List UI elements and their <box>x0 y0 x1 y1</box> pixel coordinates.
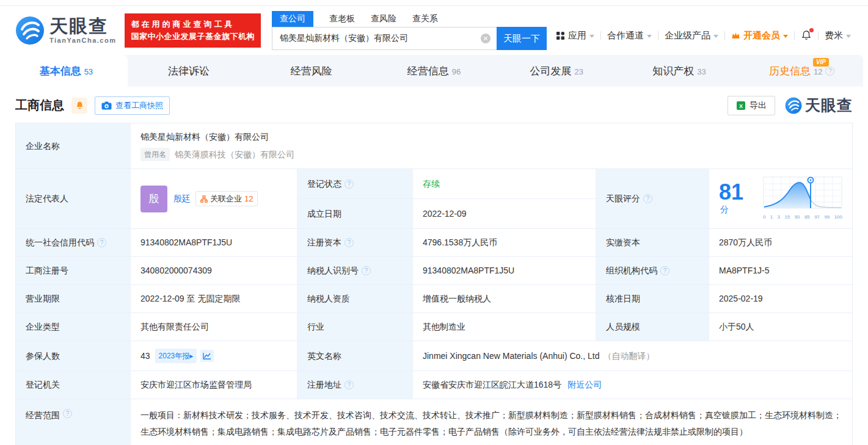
english-name: Jinmei Xingcan New Materials (Anhui) Co.… <box>423 350 599 363</box>
nav-divider <box>724 31 725 40</box>
score-cell[interactable]: 81分 <box>709 169 852 229</box>
bell-icon <box>75 101 84 110</box>
english-name-label: 英文名称 <box>297 341 413 371</box>
business-scope-label: 经营范围? <box>16 399 131 445</box>
tab-label: 经营信息 <box>407 64 449 78</box>
nearby-companies-link[interactable]: 附近公司 <box>567 378 602 391</box>
score-label: 天眼评分? <box>596 169 709 229</box>
score-value: 81 <box>719 179 743 204</box>
english-name-cell: Jinmei Xingcan New Materials (Anhui) Co.… <box>413 341 852 371</box>
help-icon[interactable]: ? <box>345 179 354 189</box>
annual-report-badge[interactable]: 2023年报▸ <box>155 349 197 363</box>
notifications-bell[interactable] <box>801 30 812 41</box>
paid-capital-label: 实缴资本 <box>596 229 709 257</box>
legal-rep-cell: 殷 殷廷 关联企业 12 <box>131 169 297 229</box>
tab-count: 53 <box>84 67 93 76</box>
help-icon[interactable]: ? <box>345 380 354 389</box>
export-button[interactable]: X 导出 <box>728 96 775 115</box>
help-icon[interactable]: ? <box>660 266 669 275</box>
search-button[interactable]: 天眼一下 <box>497 27 547 50</box>
watermark-logo: 天眼查 <box>785 95 853 115</box>
tab-operating-info[interactable]: 经营信息 96 <box>373 55 495 87</box>
subscribe-bell-button[interactable] <box>71 98 87 114</box>
help-icon[interactable]: ? <box>63 409 72 418</box>
help-icon[interactable]: ? <box>345 238 354 247</box>
top-strip <box>0 0 868 6</box>
camera-icon <box>101 101 112 110</box>
nav-divider <box>600 31 601 40</box>
reg-status-value: 存续 <box>413 169 596 199</box>
vip-badge: VIP <box>813 58 829 67</box>
clear-icon[interactable]: ✕ <box>481 34 491 43</box>
trend-chart-icon[interactable] <box>200 350 214 362</box>
search-tab-relation[interactable]: 查关系 <box>412 11 438 27</box>
nav-user[interactable]: 费米 <box>825 30 851 42</box>
org-code-label: 组织机构代码? <box>596 257 709 285</box>
search-block: 查公司 查老板 查风险 查关系 ✕ 天眼一下 <box>272 11 547 50</box>
tab-company-development[interactable]: 公司发展 23 <box>495 55 618 87</box>
logo-title: 天眼查 <box>49 17 116 35</box>
reg-status-label: 登记状态? <box>297 169 413 199</box>
staff-size-label: 人员规模 <box>596 313 709 341</box>
logo-swirl-icon <box>785 97 802 114</box>
page-tabs: 基本信息 53 法律诉讼 经营风险 经营信息 96 公司发展 23 知识产权 3… <box>5 55 863 87</box>
snapshot-button[interactable]: 查看工商快照 <box>95 96 170 115</box>
staff-size-value: 小于50人 <box>709 313 852 341</box>
address-cell: 安徽省安庆市迎江区皖江大道1618号 附近公司 <box>413 371 852 399</box>
nav-vip[interactable]: 开通会员 <box>731 30 788 42</box>
help-icon[interactable]: ? <box>362 266 371 275</box>
chevron-down-icon <box>713 35 718 38</box>
company-type-label: 企业类型 <box>16 313 131 341</box>
paid-capital-value: 2870万人民币 <box>709 229 852 257</box>
legal-rep-label: 法定代表人 <box>16 169 131 229</box>
score-axis: 0131550859799100 <box>763 214 842 221</box>
tab-history-info[interactable]: VIP 历史信息 12 ? <box>740 55 863 87</box>
tab-operating-risk[interactable]: 经营风险 <box>250 55 373 87</box>
auto-translate-note: （自动翻译） <box>603 350 654 363</box>
tab-legal[interactable]: 法律诉讼 <box>128 55 250 87</box>
watermark-title: 天眼查 <box>805 95 853 115</box>
business-term-label: 营业期限 <box>16 285 131 313</box>
nav-partner[interactable]: 合作通道 <box>607 30 652 42</box>
search-tab-company[interactable]: 查公司 <box>272 11 313 27</box>
tab-basic-info[interactable]: 基本信息 53 <box>5 55 128 87</box>
chevron-down-icon <box>647 35 652 38</box>
nav-divider <box>818 31 819 40</box>
tab-label: 基本信息 <box>40 64 81 78</box>
tab-label: 知识产权 <box>652 64 694 78</box>
nav-apps-label: 应用 <box>568 30 586 42</box>
legal-rep-avatar[interactable]: 殷 <box>140 186 167 212</box>
related-companies-count: 12 <box>244 193 253 205</box>
reg-capital-value: 4796.1538万人民币 <box>413 229 596 257</box>
svg-text:X: X <box>739 103 743 109</box>
search-tab-risk[interactable]: 查风险 <box>371 11 396 27</box>
nav-products-label: 企业级产品 <box>665 30 710 42</box>
registration-authority-label: 登记机关 <box>16 371 131 399</box>
slogan-banner: 都在用的商业查询工具 国家中小企业发展子基金旗下机构 <box>125 13 261 48</box>
score-distribution-chart: 0131550859799100 <box>763 176 842 221</box>
taxpayer-quality-value: 增值税一般纳税人 <box>413 285 596 313</box>
legal-rep-name-link[interactable]: 殷廷 <box>173 192 191 205</box>
business-info-table: 企业名称 锦美星灿新材料（安徽）有限公司 曾用名 锦美薄膜科技（安徽）有限公司 … <box>15 123 853 445</box>
tianyancha-logo[interactable]: 天眼查 TianYanCha.com <box>15 16 116 45</box>
related-companies-badge[interactable]: 关联企业 12 <box>195 191 258 207</box>
company-type-value: 其他有限责任公司 <box>131 313 297 341</box>
nav-products[interactable]: 企业级产品 <box>665 30 718 42</box>
tab-intellectual-property[interactable]: 知识产权 33 <box>618 55 741 87</box>
help-icon[interactable]: ? <box>643 194 652 203</box>
section-title: 工商信息 <box>15 97 64 114</box>
help-icon[interactable]: ? <box>825 67 834 76</box>
apps-grid-icon <box>556 31 565 40</box>
tab-label: 历史信息 <box>769 64 811 78</box>
search-tab-boss[interactable]: 查老板 <box>329 11 355 27</box>
help-icon[interactable]: ? <box>97 238 106 247</box>
header: 天眼查 TianYanCha.com 都在用的商业查询工具 国家中小企业发展子基… <box>0 6 868 55</box>
insured-count-cell: 43 2023年报▸ <box>131 341 297 371</box>
tab-count: 12 <box>814 67 822 76</box>
nav-divider <box>794 31 795 40</box>
search-input[interactable] <box>272 27 497 50</box>
nav-apps[interactable]: 应用 <box>556 30 594 42</box>
excel-icon: X <box>736 101 746 110</box>
org-code-value: MA8PTF1J-5 <box>709 257 852 285</box>
business-term-value: 2022-12-09 至 无固定期限 <box>131 285 297 313</box>
